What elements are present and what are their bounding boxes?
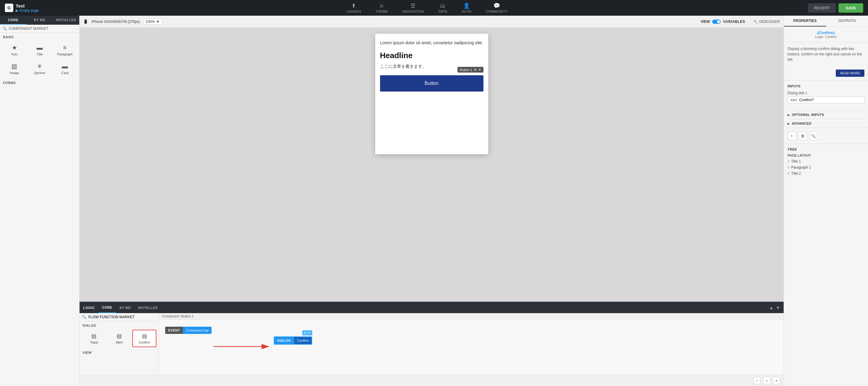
logic-header-left: LOGIC CORE BY ME INSTALLED: [83, 302, 161, 313]
advanced-header[interactable]: ▶ ADVANCED: [787, 119, 864, 128]
toggle-dot-inner: [717, 20, 720, 23]
logic-sidebar: 🔍 DIALOG ▤ Toast ▤ Alert: [80, 313, 159, 375]
copy-icon[interactable]: ⧉: [474, 68, 476, 72]
optional-inputs-header[interactable]: ▶ OPTIONAL INPUTS: [787, 110, 864, 119]
device-dropdown[interactable]: iPhone XS/X/6/6S/7/8 (375px): [92, 20, 140, 24]
logic-alert[interactable]: ▤ Alert: [107, 330, 131, 347]
revert-button[interactable]: REVERT: [808, 3, 836, 13]
inputs-section: INPUTS Dialog title ℹ ABC: [784, 81, 868, 110]
logic-tab-by-me[interactable]: BY ME: [116, 302, 134, 313]
dialog-title-field[interactable]: ABC: [787, 96, 864, 104]
advanced-arrow: ▶: [787, 122, 790, 125]
sidebar-search: 🔍: [0, 25, 79, 33]
app-logo[interactable]: G Test ▶ Empty page: [5, 3, 39, 13]
action-buttons: + 🗑 🔍: [784, 128, 868, 144]
main-layout: CORE BY ME INSTALLED 🔍 BASIC ★ Icon ▬ Ti…: [0, 16, 868, 386]
tab-properties[interactable]: PROPERTIES: [784, 16, 826, 27]
top-nav: ⬆ LAUNCH ⚔ THEME ☰ NAVIGATION 🗂 DATA 👤 A…: [46, 2, 808, 13]
close-icon[interactable]: ✕: [478, 68, 481, 72]
debugger-icon: 🔧: [753, 20, 758, 24]
debugger-button[interactable]: 🔧 DEBUGGER: [753, 20, 780, 24]
navigation-icon: ☰: [410, 2, 415, 9]
zoom-in-button[interactable]: +: [773, 377, 780, 384]
tree-item-paragraph1[interactable]: Paragraph 1: [787, 165, 864, 170]
nav-community[interactable]: 💬 COMMUNITY: [478, 2, 515, 13]
component-bar-label: Component: Button 1: [159, 313, 784, 319]
flow-function-search-input[interactable]: [88, 315, 156, 319]
logic-dialog-grid: ▤ Toast ▤ Alert ▤ Confirm: [80, 328, 159, 348]
theme-icon: ⚔: [379, 2, 384, 9]
data-icon: 🗂: [440, 3, 446, 9]
nav-launch[interactable]: ⬆ LAUNCH: [339, 2, 368, 13]
auth-icon: 👤: [463, 2, 470, 9]
tree-item-title2[interactable]: Title 2: [787, 170, 864, 176]
dialog-title-input[interactable]: [799, 98, 862, 102]
view-toggle-area: VIEW VARIABLES: [701, 20, 745, 24]
zoom-out-button[interactable]: −: [753, 377, 761, 384]
component-description: Display a blocking confirm dialog with t…: [784, 42, 868, 81]
icon-comp-icon: ★: [12, 44, 17, 51]
add-action-button[interactable]: +: [787, 132, 796, 140]
logic-toast[interactable]: ▤ Toast: [82, 330, 106, 347]
delete-action-button[interactable]: 🗑: [798, 132, 807, 140]
nav-auth[interactable]: 👤 AUTH: [455, 2, 478, 13]
event-block: EVENT Component tap: [165, 327, 212, 334]
dialog-section-label: DIALOG: [80, 321, 159, 328]
phone-button[interactable]: Button: [380, 75, 484, 92]
view-toggle[interactable]: [712, 20, 721, 24]
component-title[interactable]: ▬ Title: [28, 41, 52, 59]
center-button[interactable]: ○: [763, 377, 770, 384]
lorem-paragraph: Lorem ipsum dolor sit amet, consetetur s…: [380, 40, 484, 46]
phone-content: Lorem ipsum dolor sit amet, consetetur s…: [375, 34, 488, 98]
component-paragraph[interactable]: ≡ Paragraph: [53, 41, 77, 59]
basic-components-grid: ★ Icon ▬ Title ≡ Paragraph ▨ Image ✳ Spi…: [0, 40, 79, 79]
search-icon: 🔍: [2, 27, 7, 31]
zoom-selector[interactable]: 100% ▼: [144, 19, 162, 25]
advanced-section: ▶ ADVANCED: [784, 119, 868, 128]
dialog-value: Confirm: [294, 337, 312, 344]
sidebar-tab-by-me[interactable]: BY ME: [27, 16, 53, 25]
right-sidebar: PROPERTIES OUTPUTS (Confirm) Logic: Conf…: [784, 16, 868, 386]
top-bar: G Test ▶ Empty page ⬆ LAUNCH ⚔ THEME ☰ N…: [0, 0, 868, 16]
collapse-up-button[interactable]: ▲: [769, 305, 773, 310]
duplicate-block-button[interactable]: ⧉: [304, 331, 307, 335]
dialog-title-label: Dialog title ℹ: [787, 91, 864, 95]
nav-data[interactable]: 🗂 DATA: [431, 3, 455, 13]
component-search-input[interactable]: [9, 27, 77, 31]
save-button[interactable]: SAVE: [838, 3, 863, 13]
read-more-button[interactable]: READ MORE: [836, 70, 864, 77]
logic-header: LOGIC CORE BY ME INSTALLED ▲ ▼: [80, 302, 784, 313]
logic-header-right: ▲ ▼: [769, 305, 780, 310]
component-card[interactable]: ▬ Card: [53, 60, 77, 77]
tree-section: TREE PAGE LAYOUT Title 1 Paragraph 1 Tit…: [784, 144, 868, 180]
logic-canvas: Component: Button 1 EVENT Component tap: [159, 313, 784, 375]
phone-frame: Lorem ipsum dolor sit amet, consetetur s…: [375, 34, 488, 154]
collapse-down-button[interactable]: ▼: [776, 305, 780, 310]
sidebar-tab-core[interactable]: CORE: [0, 16, 27, 25]
optional-inputs-section: ▶ OPTIONAL INPUTS: [784, 110, 868, 119]
component-icon[interactable]: ★ Icon: [2, 41, 27, 59]
block-top-controls: ⧉ ✕: [302, 330, 312, 336]
logic-tab-core[interactable]: CORE: [98, 302, 116, 313]
launch-icon: ⬆: [351, 2, 356, 9]
tree-item-title1[interactable]: Title 1: [787, 159, 864, 165]
logic-body: 🔍 DIALOG ▤ Toast ▤ Alert: [80, 313, 784, 375]
component-image[interactable]: ▨ Image: [2, 60, 27, 77]
logic-confirm[interactable]: ▤ Confirm: [132, 330, 156, 347]
nav-navigation[interactable]: ☰ NAVIGATION: [395, 2, 431, 13]
search-action-button[interactable]: 🔍: [809, 132, 818, 140]
card-comp-icon: ▬: [62, 63, 68, 70]
community-icon: 💬: [493, 2, 500, 9]
component-spinner[interactable]: ✳ Spinner: [28, 60, 52, 77]
tab-outputs[interactable]: OUTPUTS: [826, 16, 868, 27]
logic-tab-installed[interactable]: INSTALLED: [134, 302, 161, 313]
sidebar-tab-installed[interactable]: INSTALLED: [53, 16, 79, 25]
component-info: (Confirm) Logic: Confirm: [784, 27, 868, 42]
title-comp-icon: ▬: [36, 44, 42, 51]
nav-theme[interactable]: ⚔ THEME: [368, 2, 395, 13]
close-block-button[interactable]: ✕: [308, 331, 310, 335]
toast-icon: ▤: [91, 333, 96, 339]
basic-section-label: BASIC: [0, 33, 79, 40]
paragraph-comp-icon: ≡: [63, 44, 67, 51]
dialog-block: DIALOG Confirm: [274, 336, 312, 345]
